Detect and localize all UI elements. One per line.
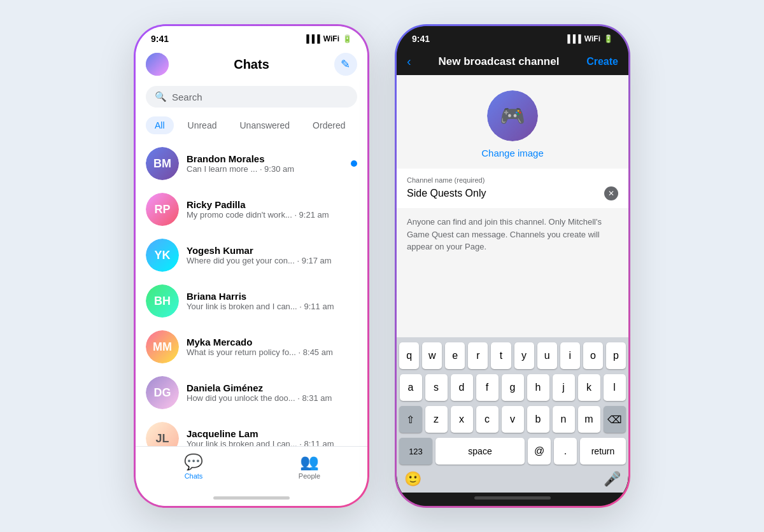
- filter-tabs: All Unread Unanswered Ordered: [136, 113, 367, 141]
- channel-avatar[interactable]: 🎮: [487, 90, 538, 141]
- chat-name: Myka Mercado: [187, 337, 357, 347]
- key-g[interactable]: g: [502, 374, 524, 401]
- list-item[interactable]: YK Yogesh Kumar Where did you get your c…: [136, 232, 367, 278]
- tab-unanswered[interactable]: Unanswered: [230, 116, 299, 134]
- compose-button[interactable]: ✎: [334, 53, 357, 76]
- create-button[interactable]: Create: [586, 56, 618, 67]
- avatar: RP: [146, 193, 179, 226]
- key-f[interactable]: f: [476, 374, 499, 401]
- chat-preview: Your link is broken and I can... · 8:11 …: [187, 439, 357, 446]
- key-w[interactable]: w: [422, 342, 442, 369]
- chats-header: Chats ✎: [136, 48, 367, 81]
- status-icons-right: ▐▐▐ WiFi 🔋: [565, 34, 613, 43]
- key-c[interactable]: c: [476, 406, 499, 433]
- key-o[interactable]: o: [583, 342, 603, 369]
- key-l[interactable]: l: [604, 374, 626, 401]
- key-shift[interactable]: ⇧: [399, 406, 422, 433]
- emoji-button[interactable]: 🙂: [404, 471, 421, 487]
- broadcast-header: ‹ New broadcast channel Create: [397, 48, 628, 75]
- left-phone: 9:41 ▐▐▐ WiFi 🔋 Chats ✎ 🔍 Search All: [134, 24, 369, 508]
- keyboard: q w e r t y u i o p a s d f g h j k: [397, 337, 628, 493]
- chat-info: Brandon Morales Can I learn more ... · 9…: [187, 153, 343, 174]
- signal-icon: ▐▐▐: [304, 34, 320, 43]
- key-k[interactable]: k: [578, 374, 600, 401]
- profile-avatar[interactable]: [146, 53, 169, 76]
- mic-button[interactable]: 🎤: [604, 471, 621, 487]
- list-item[interactable]: BH Briana Harris Your link is broken and…: [136, 278, 367, 324]
- unread-dot: [351, 160, 357, 167]
- key-z[interactable]: z: [425, 406, 448, 433]
- compose-icon: ✎: [341, 57, 350, 71]
- chat-info: Yogesh Kumar Where did you get your con.…: [187, 245, 357, 265]
- key-u[interactable]: u: [537, 342, 557, 369]
- bottom-nav: 💬 Chats 👥 People: [136, 446, 367, 493]
- key-e[interactable]: e: [445, 342, 465, 369]
- channel-image-section: 🎮 Change image: [397, 75, 628, 169]
- chat-preview: Your link is broken and I can... · 9:11 …: [187, 302, 357, 311]
- key-at[interactable]: @: [528, 438, 551, 465]
- chat-info: Ricky Padilla My promo code didn't work.…: [187, 199, 357, 220]
- battery-icon: 🔋: [343, 34, 352, 43]
- key-m[interactable]: m: [578, 406, 600, 433]
- key-backspace[interactable]: ⌫: [604, 406, 626, 433]
- back-button[interactable]: ‹: [407, 54, 411, 69]
- channel-description: Anyone can find and join this channel. O…: [397, 208, 628, 261]
- key-n[interactable]: n: [553, 406, 575, 433]
- key-i[interactable]: i: [560, 342, 580, 369]
- chat-preview: Where did you get your con... · 9:17 am: [187, 256, 357, 265]
- key-b[interactable]: b: [527, 406, 549, 433]
- chat-info: Daniela Giménez How did you unlock the d…: [187, 382, 357, 403]
- key-s[interactable]: s: [425, 374, 448, 401]
- chat-name: Ricky Padilla: [187, 199, 357, 210]
- chat-name: Jacqueline Lam: [187, 428, 357, 439]
- key-d[interactable]: d: [451, 374, 473, 401]
- list-item[interactable]: MM Myka Mercado What is your return poli…: [136, 324, 367, 370]
- chat-preview: How did you unlock the doo... · 8:31 am: [187, 393, 357, 403]
- search-bar[interactable]: 🔍 Search: [146, 86, 357, 108]
- key-space[interactable]: space: [435, 438, 525, 465]
- people-nav-icon: 👥: [300, 453, 319, 471]
- status-icons-left: ▐▐▐ WiFi 🔋: [304, 34, 352, 43]
- chat-info: Jacqueline Lam Your link is broken and I…: [187, 428, 357, 446]
- key-h[interactable]: h: [527, 374, 549, 401]
- key-j[interactable]: j: [553, 374, 575, 401]
- key-v[interactable]: v: [502, 406, 524, 433]
- key-r[interactable]: r: [468, 342, 488, 369]
- tab-unread[interactable]: Unread: [179, 116, 226, 134]
- tab-ordered[interactable]: Ordered: [304, 116, 354, 134]
- avatar: BH: [146, 284, 179, 318]
- key-q[interactable]: q: [399, 342, 419, 369]
- list-item[interactable]: RP Ricky Padilla My promo code didn't wo…: [136, 186, 367, 232]
- home-indicator: [213, 496, 290, 500]
- key-y[interactable]: y: [514, 342, 534, 369]
- key-period[interactable]: .: [554, 438, 577, 465]
- tab-all[interactable]: All: [146, 116, 174, 134]
- change-image-link[interactable]: Change image: [481, 148, 544, 158]
- keyboard-row-2: a s d f g h j k l: [399, 374, 626, 401]
- key-x[interactable]: x: [451, 406, 473, 433]
- signal-icon: ▐▐▐: [565, 34, 581, 43]
- search-icon: 🔍: [155, 91, 167, 102]
- keyboard-extras: 🙂 🎤: [399, 468, 626, 490]
- nav-chats[interactable]: 💬 Chats: [136, 453, 251, 480]
- battery-icon: 🔋: [604, 34, 613, 43]
- clear-button[interactable]: ✕: [604, 186, 618, 200]
- key-a[interactable]: a: [400, 374, 422, 401]
- key-t[interactable]: t: [491, 342, 511, 369]
- chats-nav-icon: 💬: [184, 453, 203, 471]
- status-bar-left: 9:41 ▐▐▐ WiFi 🔋: [136, 26, 367, 48]
- key-123[interactable]: 123: [399, 438, 432, 465]
- key-return[interactable]: return: [580, 438, 626, 465]
- list-item[interactable]: BM Brandon Morales Can I learn more ... …: [136, 141, 367, 186]
- key-p[interactable]: p: [606, 342, 626, 369]
- nav-people[interactable]: 👥 People: [251, 453, 367, 480]
- broadcast-title: New broadcast channel: [438, 55, 559, 68]
- keyboard-row-3: ⇧ z x c v b n m ⌫: [399, 406, 626, 433]
- channel-name-input[interactable]: Side Quests Only: [407, 188, 604, 199]
- wifi-icon: WiFi: [584, 34, 600, 43]
- list-item[interactable]: DG Daniela Giménez How did you unlock th…: [136, 370, 367, 416]
- list-item[interactable]: JL Jacqueline Lam Your link is broken an…: [136, 416, 367, 446]
- avatar: DG: [146, 376, 179, 409]
- chat-info: Briana Harris Your link is broken and I …: [187, 291, 357, 311]
- avatar: MM: [146, 330, 179, 363]
